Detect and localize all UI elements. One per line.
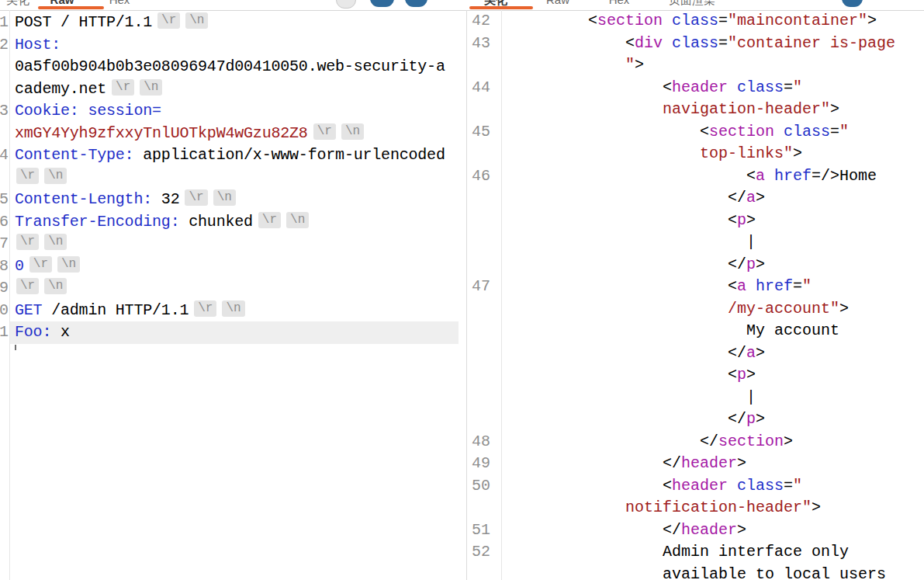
tab-pretty[interactable]: 美化 xyxy=(5,0,31,9)
line-ending-badge: \r xyxy=(185,189,207,206)
settings-button[interactable] xyxy=(405,0,427,7)
line-number: 46 xyxy=(467,165,501,188)
tab-raw[interactable]: Raw xyxy=(543,0,573,9)
response-line[interactable]: notification-header"> xyxy=(467,497,924,519)
tab-render[interactable]: 页面渲染 xyxy=(666,0,718,9)
response-line[interactable]: 43<div class="container is-page xyxy=(467,33,924,55)
response-line[interactable]: | xyxy=(467,231,924,254)
response-line[interactable]: 45<section class=" xyxy=(467,121,924,144)
request-line[interactable]: 2Host: xyxy=(0,34,459,57)
request-line[interactable]: 6Transfer-Encoding: chunked\r\n xyxy=(0,211,459,234)
request-line-text: \r\n xyxy=(9,277,459,300)
response-line[interactable]: </p> xyxy=(467,254,924,276)
response-line[interactable]: My account xyxy=(467,320,924,342)
code-text: =/>Home xyxy=(812,167,877,185)
code-text: class xyxy=(672,12,718,30)
line-ending-badge: \r xyxy=(157,12,180,29)
response-line[interactable]: 51</header> xyxy=(467,519,924,542)
response-line-text: </a> xyxy=(501,342,924,365)
search-button[interactable] xyxy=(336,0,356,9)
response-line[interactable]: | xyxy=(467,387,924,409)
response-gutter-divider xyxy=(501,10,502,580)
response-viewer[interactable]: 42<section class="maincontainer">43<div … xyxy=(467,10,924,580)
response-line[interactable]: <p> xyxy=(467,364,924,387)
code-text: header xyxy=(672,477,728,495)
code-text: < xyxy=(746,167,756,185)
line-number xyxy=(467,320,501,342)
tab-hex[interactable]: Hex xyxy=(605,0,633,9)
response-line-text: </header> xyxy=(501,453,924,475)
selected-tab-underline xyxy=(469,6,533,9)
response-line[interactable]: /my-account"> xyxy=(467,298,924,321)
response-line-text: <div class="container is-page xyxy=(501,33,924,55)
newline-visibility-button[interactable] xyxy=(370,0,394,7)
line-number: 50 xyxy=(467,475,501,498)
code-text xyxy=(728,477,737,495)
request-line[interactable]: xmGY4Yyh9zfxxyTnlUOTkpW4wGzu82Z8\r\n xyxy=(0,123,459,145)
line-number: 44 xyxy=(467,77,501,99)
response-line[interactable]: navigation-header"> xyxy=(467,99,924,121)
code-text: Cookie: session= xyxy=(15,102,161,120)
code-text: top-links" xyxy=(700,144,793,162)
tab-hex[interactable]: Hex xyxy=(106,0,133,9)
response-line[interactable]: 48</section> xyxy=(467,431,924,453)
code-text: navigation-header" xyxy=(663,100,830,118)
response-line[interactable]: available to local users xyxy=(467,564,924,580)
request-line[interactable]: 0a5f00b904b0b3e08096947d00410050.web-sec… xyxy=(0,56,459,78)
request-line[interactable]: 4Content-Type: application/x-www-form-ur… xyxy=(0,144,459,167)
code-text: "maincontainer" xyxy=(728,12,867,30)
code-text: < xyxy=(700,123,709,141)
request-line[interactable]: cademy.net\r\n xyxy=(0,78,459,101)
request-line[interactable]: 1POST / HTTP/1.1\r\n xyxy=(0,12,459,34)
line-number xyxy=(0,56,9,78)
code-text xyxy=(663,34,672,52)
line-number xyxy=(467,143,501,165)
request-line[interactable]: 11Foo: x xyxy=(0,321,459,344)
response-line[interactable]: 47<a href=" xyxy=(467,276,924,298)
code-text: available to local users xyxy=(663,565,886,580)
response-line[interactable]: <p> xyxy=(467,210,924,232)
response-line[interactable]: top-links"> xyxy=(467,143,924,165)
line-ending-badge: \n xyxy=(286,212,309,228)
request-line[interactable]: 9\r\n xyxy=(0,277,459,300)
request-line[interactable]: 5Content-Length: 32\r\n xyxy=(0,189,459,211)
request-line[interactable]: 7\r\n xyxy=(0,233,459,255)
code-text: a xyxy=(746,344,756,362)
line-number xyxy=(467,342,501,365)
response-line[interactable]: 42<section class="maincontainer"> xyxy=(467,10,924,33)
request-line[interactable]: \r\n xyxy=(0,167,459,189)
response-line[interactable]: </a> xyxy=(467,342,924,365)
code-text: section xyxy=(718,432,784,450)
code-text: notification-header" xyxy=(625,498,812,516)
response-line[interactable]: </a> xyxy=(467,187,924,210)
code-text: href xyxy=(774,167,812,185)
request-line[interactable]: 10GET /admin HTTP/1.1\r\n xyxy=(0,300,459,322)
response-line[interactable]: "> xyxy=(467,54,924,77)
response-line[interactable]: 49</header> xyxy=(467,453,924,475)
code-text: class xyxy=(672,34,718,52)
line-ending-badge: \n xyxy=(222,300,244,317)
request-line[interactable] xyxy=(0,344,459,366)
code-text: < xyxy=(728,277,737,295)
code-text: a xyxy=(746,189,756,207)
response-line[interactable]: 50<header class=" xyxy=(467,475,924,498)
request-editor[interactable]: 1POST / HTTP/1.1\r\n2Host:0a5f00b904b0b3… xyxy=(0,10,459,580)
response-line[interactable]: 46<a href=/>Home xyxy=(467,165,924,188)
response-line-text: <a href=/>Home xyxy=(501,165,924,188)
response-line[interactable]: 52Admin interface only xyxy=(467,541,924,564)
code-text: </ xyxy=(728,410,746,428)
request-line-text: 0\r\n xyxy=(9,255,459,278)
code-text: > xyxy=(784,432,793,450)
request-line[interactable]: 80\r\n xyxy=(0,255,459,278)
line-number xyxy=(467,254,501,276)
code-text: 0 xyxy=(15,257,24,275)
help-button[interactable] xyxy=(842,0,863,7)
request-line-text: GET /admin HTTP/1.1\r\n xyxy=(9,300,459,322)
line-number: 45 xyxy=(467,121,501,144)
request-line[interactable]: 3Cookie: session= xyxy=(0,100,459,123)
code-text xyxy=(765,167,774,185)
request-line-text: Foo: x xyxy=(9,321,459,344)
response-line[interactable]: 44<header class=" xyxy=(467,77,924,99)
code-text: = xyxy=(830,123,839,141)
response-line[interactable]: </p> xyxy=(467,408,924,431)
